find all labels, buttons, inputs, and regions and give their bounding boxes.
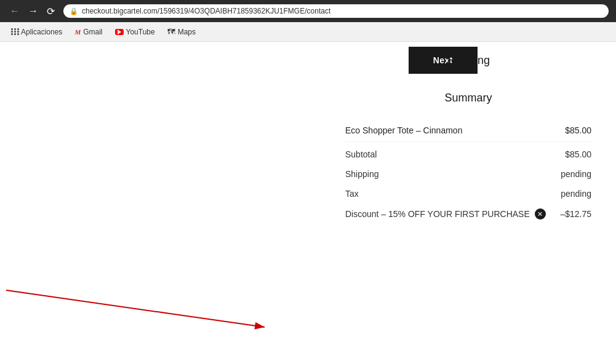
tax-label: Tax bbox=[345, 189, 359, 199]
bookmark-apps[interactable]: Aplicaciones bbox=[6, 26, 67, 38]
shipping-row: Shipping pending bbox=[345, 164, 591, 184]
browser-chrome: ← → ⟳ 🔒 checkout.bigcartel.com/1596319/4… bbox=[0, 0, 616, 22]
forward-button[interactable]: → bbox=[26, 4, 41, 18]
shipping-section: Shipping bbox=[345, 54, 591, 67]
bookmark-gmail-label: Gmail bbox=[83, 28, 102, 36]
product-name: Eco Shopper Tote – Cinnamon bbox=[345, 125, 462, 135]
remove-discount-button[interactable]: ✕ bbox=[535, 208, 546, 220]
bookmark-youtube-label: YouTube bbox=[126, 28, 155, 36]
shipping-label: Shipping bbox=[345, 169, 379, 179]
subtotal-value: $85.00 bbox=[565, 149, 591, 159]
back-button[interactable]: ← bbox=[7, 4, 22, 18]
discount-value: –$12.75 bbox=[560, 209, 591, 219]
bookmark-apps-label: Aplicaciones bbox=[21, 28, 62, 36]
bookmarks-bar: Aplicaciones M Gmail YouTube 🗺 Maps bbox=[0, 22, 616, 42]
summary-section: Summary Eco Shopper Tote – Cinnamon $85.… bbox=[345, 92, 591, 224]
maps-icon: 🗺 bbox=[167, 27, 175, 36]
bookmark-maps[interactable]: 🗺 Maps bbox=[162, 25, 201, 38]
totals-section: Subtotal $85.00 Shipping pending Tax pen… bbox=[345, 144, 591, 224]
svg-line-1 bbox=[6, 290, 265, 327]
lock-icon: 🔒 bbox=[70, 7, 78, 15]
subtotal-row: Subtotal $85.00 bbox=[345, 144, 591, 164]
shipping-value: pending bbox=[561, 169, 591, 179]
tax-value: pending bbox=[561, 189, 591, 199]
youtube-icon bbox=[115, 29, 124, 35]
tax-row: Tax pending bbox=[345, 184, 591, 204]
product-item: Eco Shopper Tote – Cinnamon $85.00 bbox=[345, 119, 591, 142]
reload-button[interactable]: ⟳ bbox=[44, 4, 57, 18]
url-text: checkout.bigcartel.com/1596319/4O3QDAIBH… bbox=[82, 7, 330, 15]
discount-label-group: Discount – 15% OFF YOUR FIRST PURCHASE ✕ bbox=[345, 208, 546, 220]
apps-icon bbox=[11, 28, 18, 36]
bookmark-youtube[interactable]: YouTube bbox=[110, 26, 160, 38]
product-price: $85.00 bbox=[565, 125, 591, 135]
arrow-annotation bbox=[0, 278, 289, 339]
bookmark-maps-label: Maps bbox=[178, 28, 196, 36]
address-bar[interactable]: 🔒 checkout.bigcartel.com/1596319/4O3QDAI… bbox=[63, 4, 609, 18]
gmail-icon: M bbox=[74, 28, 81, 36]
discount-row: Discount – 15% OFF YOUR FIRST PURCHASE ✕… bbox=[345, 204, 591, 224]
page-content: Next Shipping Summary Eco Shopper Tote –… bbox=[0, 42, 616, 364]
bookmark-gmail[interactable]: M Gmail bbox=[70, 26, 107, 38]
discount-label-text: Discount – 15% OFF YOUR FIRST PURCHASE bbox=[345, 209, 530, 219]
shipping-title: Shipping bbox=[345, 54, 591, 67]
right-panel: Shipping Summary Eco Shopper Tote – Cinn… bbox=[321, 42, 616, 364]
summary-title: Summary bbox=[345, 92, 591, 105]
nav-buttons: ← → ⟳ bbox=[7, 4, 57, 18]
subtotal-label: Subtotal bbox=[345, 149, 377, 159]
